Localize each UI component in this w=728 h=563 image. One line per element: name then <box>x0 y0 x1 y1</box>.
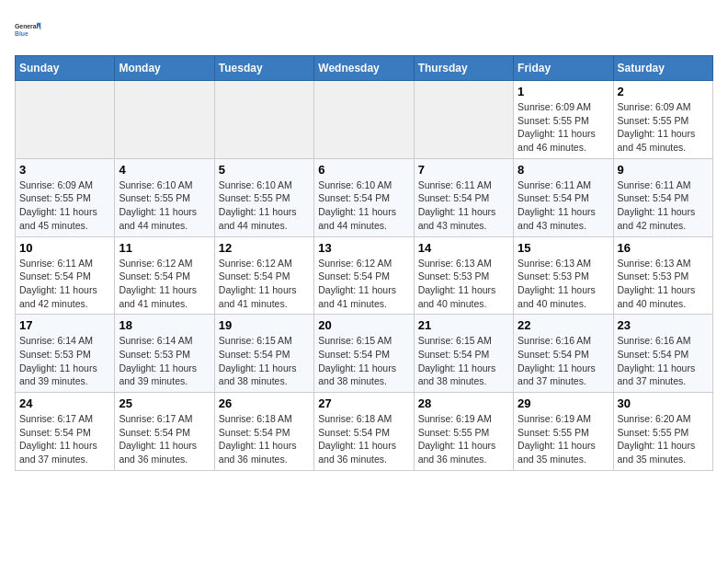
day-number: 26 <box>219 396 310 410</box>
weekday-header-saturday: Saturday <box>613 56 712 81</box>
day-cell: 22Sunrise: 6:16 AM Sunset: 5:54 PM Dayli… <box>514 315 613 393</box>
day-info: Sunrise: 6:19 AM Sunset: 5:55 PM Dayligh… <box>518 412 609 466</box>
day-cell: 1Sunrise: 6:09 AM Sunset: 5:55 PM Daylig… <box>514 81 613 159</box>
day-number: 20 <box>318 318 409 332</box>
day-info: Sunrise: 6:12 AM Sunset: 5:54 PM Dayligh… <box>219 257 310 311</box>
day-number: 25 <box>119 396 210 410</box>
day-cell: 17Sunrise: 6:14 AM Sunset: 5:53 PM Dayli… <box>16 315 115 393</box>
day-cell: 21Sunrise: 6:15 AM Sunset: 5:54 PM Dayli… <box>414 315 513 393</box>
day-number: 11 <box>119 241 210 255</box>
day-cell: 7Sunrise: 6:11 AM Sunset: 5:54 PM Daylig… <box>414 158 513 236</box>
day-number: 3 <box>19 163 110 177</box>
day-info: Sunrise: 6:14 AM Sunset: 5:53 PM Dayligh… <box>19 334 110 388</box>
svg-text:General: General <box>15 23 39 29</box>
page-header: GeneralBlue <box>15 15 713 44</box>
day-info: Sunrise: 6:10 AM Sunset: 5:55 PM Dayligh… <box>219 178 310 233</box>
day-number: 21 <box>418 318 509 332</box>
day-number: 5 <box>219 163 310 177</box>
week-row-4: 17Sunrise: 6:14 AM Sunset: 5:53 PM Dayli… <box>16 315 713 393</box>
logo-icon: GeneralBlue <box>15 15 44 44</box>
day-cell: 14Sunrise: 6:13 AM Sunset: 5:53 PM Dayli… <box>414 236 513 315</box>
day-info: Sunrise: 6:12 AM Sunset: 5:54 PM Dayligh… <box>318 257 409 311</box>
day-number: 28 <box>418 396 509 410</box>
day-cell <box>214 81 313 159</box>
day-info: Sunrise: 6:11 AM Sunset: 5:54 PM Dayligh… <box>618 178 709 233</box>
day-number: 27 <box>318 396 409 410</box>
day-info: Sunrise: 6:09 AM Sunset: 5:55 PM Dayligh… <box>618 100 709 155</box>
day-cell <box>314 81 414 159</box>
day-cell: 9Sunrise: 6:11 AM Sunset: 5:54 PM Daylig… <box>613 158 712 236</box>
day-cell: 18Sunrise: 6:14 AM Sunset: 5:53 PM Dayli… <box>115 315 214 393</box>
day-cell: 26Sunrise: 6:18 AM Sunset: 5:54 PM Dayli… <box>214 393 313 471</box>
weekday-header-wednesday: Wednesday <box>314 56 414 81</box>
week-row-3: 10Sunrise: 6:11 AM Sunset: 5:54 PM Dayli… <box>16 236 713 315</box>
weekday-header-friday: Friday <box>514 56 613 81</box>
weekday-header-thursday: Thursday <box>414 56 513 81</box>
day-cell: 19Sunrise: 6:15 AM Sunset: 5:54 PM Dayli… <box>214 315 313 393</box>
day-number: 8 <box>518 163 609 177</box>
day-info: Sunrise: 6:16 AM Sunset: 5:54 PM Dayligh… <box>518 334 609 388</box>
day-info: Sunrise: 6:09 AM Sunset: 5:55 PM Dayligh… <box>19 178 110 233</box>
day-info: Sunrise: 6:13 AM Sunset: 5:53 PM Dayligh… <box>418 257 509 311</box>
day-info: Sunrise: 6:15 AM Sunset: 5:54 PM Dayligh… <box>418 334 509 388</box>
day-info: Sunrise: 6:09 AM Sunset: 5:55 PM Dayligh… <box>518 100 609 155</box>
week-row-2: 3Sunrise: 6:09 AM Sunset: 5:55 PM Daylig… <box>16 158 713 236</box>
day-cell: 20Sunrise: 6:15 AM Sunset: 5:54 PM Dayli… <box>314 315 414 393</box>
weekday-header-monday: Monday <box>115 56 214 81</box>
day-number: 19 <box>219 318 310 332</box>
day-number: 12 <box>219 241 310 255</box>
day-cell: 11Sunrise: 6:12 AM Sunset: 5:54 PM Dayli… <box>115 236 214 315</box>
day-cell: 5Sunrise: 6:10 AM Sunset: 5:55 PM Daylig… <box>214 158 313 236</box>
day-info: Sunrise: 6:12 AM Sunset: 5:54 PM Dayligh… <box>119 257 210 311</box>
day-number: 23 <box>618 318 709 332</box>
day-number: 15 <box>518 241 609 255</box>
day-info: Sunrise: 6:15 AM Sunset: 5:54 PM Dayligh… <box>219 334 310 388</box>
day-number: 17 <box>19 318 110 332</box>
day-cell: 23Sunrise: 6:16 AM Sunset: 5:54 PM Dayli… <box>613 315 712 393</box>
day-number: 4 <box>119 163 210 177</box>
day-cell: 12Sunrise: 6:12 AM Sunset: 5:54 PM Dayli… <box>214 236 313 315</box>
day-info: Sunrise: 6:13 AM Sunset: 5:53 PM Dayligh… <box>618 257 709 311</box>
day-info: Sunrise: 6:13 AM Sunset: 5:53 PM Dayligh… <box>518 257 609 311</box>
week-row-5: 24Sunrise: 6:17 AM Sunset: 5:54 PM Dayli… <box>16 393 713 471</box>
day-info: Sunrise: 6:17 AM Sunset: 5:54 PM Dayligh… <box>19 412 110 466</box>
day-cell: 3Sunrise: 6:09 AM Sunset: 5:55 PM Daylig… <box>16 158 115 236</box>
day-info: Sunrise: 6:18 AM Sunset: 5:54 PM Dayligh… <box>318 412 409 466</box>
day-info: Sunrise: 6:19 AM Sunset: 5:55 PM Dayligh… <box>418 412 509 466</box>
day-cell <box>16 81 115 159</box>
day-number: 16 <box>618 241 709 255</box>
day-cell: 28Sunrise: 6:19 AM Sunset: 5:55 PM Dayli… <box>414 393 513 471</box>
day-number: 30 <box>618 396 709 410</box>
day-number: 6 <box>318 163 409 177</box>
day-info: Sunrise: 6:11 AM Sunset: 5:54 PM Dayligh… <box>518 178 609 233</box>
weekday-header-sunday: Sunday <box>16 56 115 81</box>
day-info: Sunrise: 6:15 AM Sunset: 5:54 PM Dayligh… <box>318 334 409 388</box>
day-number: 18 <box>119 318 210 332</box>
day-number: 22 <box>518 318 609 332</box>
day-cell: 27Sunrise: 6:18 AM Sunset: 5:54 PM Dayli… <box>314 393 414 471</box>
day-cell: 6Sunrise: 6:10 AM Sunset: 5:54 PM Daylig… <box>314 158 414 236</box>
day-number: 29 <box>518 396 609 410</box>
day-info: Sunrise: 6:10 AM Sunset: 5:54 PM Dayligh… <box>318 178 409 233</box>
day-info: Sunrise: 6:18 AM Sunset: 5:54 PM Dayligh… <box>219 412 310 466</box>
day-cell: 29Sunrise: 6:19 AM Sunset: 5:55 PM Dayli… <box>514 393 613 471</box>
day-number: 7 <box>418 163 509 177</box>
day-number: 9 <box>618 163 709 177</box>
day-number: 13 <box>318 241 409 255</box>
logo: GeneralBlue <box>15 15 44 44</box>
day-info: Sunrise: 6:14 AM Sunset: 5:53 PM Dayligh… <box>119 334 210 388</box>
day-number: 10 <box>19 241 110 255</box>
day-cell <box>115 81 214 159</box>
day-info: Sunrise: 6:11 AM Sunset: 5:54 PM Dayligh… <box>19 257 110 311</box>
week-row-1: 1Sunrise: 6:09 AM Sunset: 5:55 PM Daylig… <box>16 81 713 159</box>
day-cell: 25Sunrise: 6:17 AM Sunset: 5:54 PM Dayli… <box>115 393 214 471</box>
day-cell: 2Sunrise: 6:09 AM Sunset: 5:55 PM Daylig… <box>613 81 712 159</box>
day-number: 1 <box>518 85 609 98</box>
day-info: Sunrise: 6:10 AM Sunset: 5:55 PM Dayligh… <box>119 178 210 233</box>
day-cell: 24Sunrise: 6:17 AM Sunset: 5:54 PM Dayli… <box>16 393 115 471</box>
weekday-header-tuesday: Tuesday <box>214 56 313 81</box>
day-info: Sunrise: 6:17 AM Sunset: 5:54 PM Dayligh… <box>119 412 210 466</box>
day-cell: 16Sunrise: 6:13 AM Sunset: 5:53 PM Dayli… <box>613 236 712 315</box>
day-cell: 15Sunrise: 6:13 AM Sunset: 5:53 PM Dayli… <box>514 236 613 315</box>
day-info: Sunrise: 6:20 AM Sunset: 5:55 PM Dayligh… <box>618 412 709 466</box>
